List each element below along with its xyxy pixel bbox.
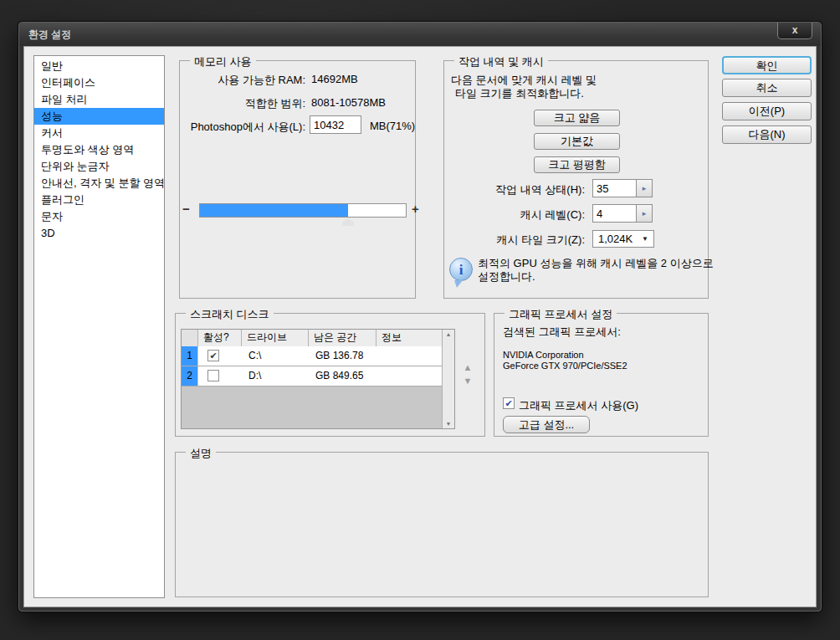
available-ram-label: 사용 가능한 RAM: — [180, 73, 305, 88]
preset-default-button[interactable]: 기본값 — [534, 133, 620, 150]
cache-levels-input[interactable] — [592, 204, 637, 223]
preferences-dialog: 환경 설정 x 일반 인터페이스 파일 처리 성능 커서 투명도와 색상 영역 … — [18, 22, 822, 612]
memory-slider[interactable] — [199, 203, 407, 218]
dialog-title: 환경 설정 — [28, 28, 71, 40]
minus-icon[interactable]: − — [182, 202, 190, 216]
info-icon: i — [449, 258, 473, 281]
scratch-disks-group: 스크래치 디스크 활성? 드라이브 남은 공간 정보 1 ✔ C:\ GB 13… — [175, 313, 485, 437]
cache-description-line2: 타일 크기를 최적화합니다. — [455, 86, 584, 101]
available-ram-value: 14692MB — [311, 73, 358, 85]
sidebar-item[interactable]: 단위와 눈금자 — [34, 158, 164, 175]
memory-usage-suffix: MB(71%) — [370, 120, 415, 132]
table-header: 활성? 드라이브 남은 공간 정보 — [182, 330, 443, 346]
scratch-group-title: 스크래치 디스크 — [186, 307, 274, 322]
description-group-title: 설명 — [186, 446, 216, 461]
sidebar-item[interactable]: 3D — [34, 225, 164, 242]
cancel-button[interactable]: 취소 — [722, 79, 812, 97]
gpu-model: GeForce GTX 970/PCIe/SSE2 — [503, 361, 627, 371]
row-number: 2 — [182, 366, 198, 386]
detected-gpu-label: 검색된 그래픽 프로세서: — [503, 325, 621, 340]
cache-tile-dropdown[interactable]: ▼ 1,024K — [592, 230, 654, 248]
sidebar-item[interactable]: 플러그인 — [34, 192, 164, 208]
memory-usage-input[interactable] — [310, 115, 361, 134]
history-group-title: 작업 내역 및 캐시 — [454, 54, 548, 69]
gpu-tip-line2: 설정합니다. — [478, 269, 535, 284]
sidebar-item[interactable]: 문자 — [34, 208, 164, 225]
table-scrollbar[interactable]: ▲ ▼ — [442, 330, 454, 428]
table-row[interactable]: 1 ✔ C:\ GB 136.78 — [182, 346, 443, 366]
title-bar[interactable]: 환경 설정 x — [19, 23, 821, 46]
history-cache-group: 작업 내역 및 캐시 다음 문서에 맞게 캐시 레벨 및 타일 크기를 최적화합… — [443, 60, 709, 299]
graphics-processor-group: 그래픽 프로세서 설정 검색된 그래픽 프로세서: NVIDIA Corpora… — [494, 313, 709, 437]
sidebar-item[interactable]: 커서 — [34, 125, 164, 141]
next-button[interactable]: 다음(N) — [722, 125, 812, 144]
use-gpu-label: 그래픽 프로세서 사용(G) — [519, 398, 638, 413]
close-button[interactable]: x — [777, 23, 812, 39]
sidebar-item[interactable]: 투명도와 색상 영역 — [34, 141, 164, 158]
info-icon-tail — [454, 280, 463, 288]
close-icon: x — [792, 24, 798, 36]
sidebar-item[interactable]: 성능 — [34, 108, 164, 125]
column-header-drive: 드라이브 — [242, 330, 309, 346]
drive-active-checkbox[interactable]: ✔ — [207, 350, 219, 361]
spin-arrow-icon: ▸ — [643, 209, 647, 218]
drive-active-checkbox[interactable] — [207, 370, 219, 381]
column-header-active: 활성? — [198, 330, 242, 346]
history-states-label: 작업 내역 상태(H): — [444, 182, 585, 197]
previous-button[interactable]: 이전(P) — [722, 102, 812, 120]
ideal-range-value: 8081-10578MB — [311, 96, 386, 109]
drive-name: C:\ — [248, 346, 261, 366]
scratch-disk-table: 활성? 드라이브 남은 공간 정보 1 ✔ C:\ GB 136.78 2 D:… — [181, 329, 455, 429]
check-icon: ✔ — [505, 398, 512, 408]
dialog-body: 일반 인터페이스 파일 처리 성능 커서 투명도와 색상 영역 단위와 눈금자 … — [23, 46, 817, 607]
drive-name: D:\ — [248, 366, 261, 386]
cache-tile-label: 캐시 타일 크기(Z): — [444, 233, 585, 248]
plus-icon[interactable]: + — [412, 202, 419, 216]
chevron-down-icon: ▼ — [642, 231, 648, 247]
free-space-value: GB 849.65 — [315, 366, 363, 386]
graphics-group-title: 그래픽 프로세서 설정 — [505, 307, 617, 322]
cache-levels-spinner[interactable]: ▸ — [637, 204, 653, 223]
spin-arrow-icon: ▸ — [643, 184, 647, 192]
advanced-settings-button[interactable]: 고급 설정... — [503, 416, 590, 433]
sidebar-item[interactable]: 안내선, 격자 및 분할 영역 — [34, 175, 164, 192]
free-space-value: GB 136.78 — [315, 346, 363, 366]
check-icon: ✔ — [209, 351, 217, 361]
memory-usage-label: Photoshop에서 사용(L): — [180, 120, 305, 135]
move-down-icon[interactable]: ▼ — [461, 376, 474, 386]
table-row[interactable]: 2 D:\ GB 849.65 — [182, 366, 443, 387]
preset-tall-thin-button[interactable]: 크고 얇음 — [534, 110, 620, 126]
column-header-blank — [182, 330, 198, 346]
sidebar-item[interactable]: 일반 — [34, 58, 164, 74]
sidebar-item[interactable]: 인터페이스 — [34, 74, 164, 91]
scroll-down-icon[interactable]: ▼ — [443, 421, 454, 427]
memory-slider-thumb[interactable] — [342, 218, 354, 226]
ok-button[interactable]: 확인 — [722, 56, 812, 74]
column-header-info: 정보 — [376, 330, 443, 346]
row-number: 1 — [182, 346, 198, 366]
memory-usage-group: 메모리 사용 사용 가능한 RAM: 14692MB 적합한 범위: 8081-… — [179, 60, 416, 299]
use-gpu-checkbox[interactable]: ✔ — [503, 397, 515, 409]
description-group: 설명 — [175, 452, 709, 597]
cache-levels-label: 캐시 레벨(C): — [444, 207, 585, 223]
ideal-range-label: 적합한 범위: — [180, 96, 305, 111]
category-list: 일반 인터페이스 파일 처리 성능 커서 투명도와 색상 영역 단위와 눈금자 … — [33, 55, 165, 598]
column-header-free-space: 남은 공간 — [309, 330, 376, 346]
scroll-up-icon[interactable]: ▲ — [443, 331, 454, 337]
preset-big-flat-button[interactable]: 크고 평평함 — [534, 156, 620, 173]
gpu-vendor: NVIDIA Corporation — [503, 350, 584, 360]
move-up-icon[interactable]: ▲ — [461, 362, 474, 372]
memory-slider-fill — [200, 204, 348, 217]
history-states-spinner[interactable]: ▸ — [637, 179, 653, 197]
history-states-input[interactable] — [592, 179, 637, 197]
memory-group-title: 메모리 사용 — [190, 54, 256, 69]
sidebar-item[interactable]: 파일 처리 — [34, 91, 164, 108]
cache-tile-value: 1,024K — [598, 233, 633, 245]
